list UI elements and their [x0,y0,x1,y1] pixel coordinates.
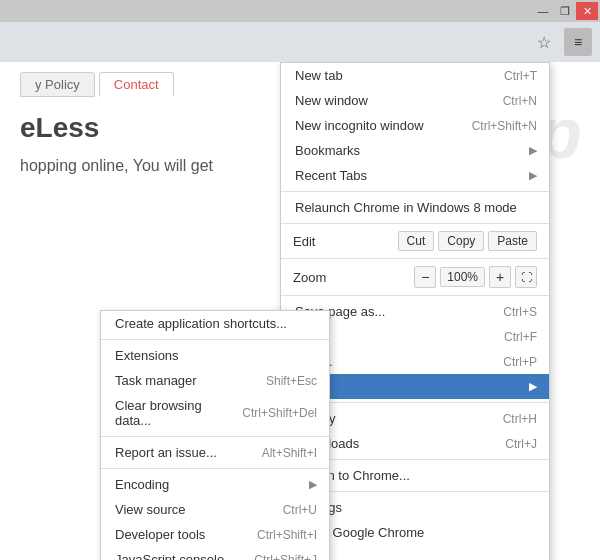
browser-toolbar: ☆ ≡ [0,22,600,62]
submenu-separator-3 [101,468,329,469]
tools-submenu: Create application shortcuts... Extensio… [100,310,330,560]
maximize-button[interactable]: ❐ [554,2,576,20]
menu-zoom-row: Zoom − 100% + ⛶ [281,262,549,292]
menu-edit-row: Edit Cut Copy Paste [281,227,549,255]
submenu-item-create-shortcuts[interactable]: Create application shortcuts... [101,311,329,336]
policy-tab[interactable]: y Policy [20,72,95,97]
submenu-item-encoding[interactable]: Encoding ▶ [101,472,329,497]
submenu-separator-1 [101,339,329,340]
contact-tab[interactable]: Contact [99,72,174,97]
submenu-item-developer-tools[interactable]: Developer tools Ctrl+Shift+I [101,522,329,547]
submenu-separator-2 [101,436,329,437]
menu-item-new-incognito[interactable]: New incognito window Ctrl+Shift+N [281,113,549,138]
minimize-button[interactable]: — [532,2,554,20]
page-headline: eLess [20,112,99,144]
menu-item-new-tab[interactable]: New tab Ctrl+T [281,63,549,88]
menu-separator-3 [281,258,549,259]
chrome-menu-icon[interactable]: ≡ [564,28,592,56]
submenu-item-javascript-console[interactable]: JavaScript console Ctrl+Shift+J [101,547,329,560]
submenu-item-clear-browsing[interactable]: Clear browsing data... Ctrl+Shift+Del [101,393,329,433]
page-subtext: hopping online, You will get [20,157,213,175]
paste-button[interactable]: Paste [488,231,537,251]
bookmark-star-icon[interactable]: ☆ [530,28,558,56]
close-button[interactable]: ✕ [576,2,598,20]
zoom-minus-button[interactable]: − [414,266,436,288]
menu-item-bookmarks[interactable]: Bookmarks ▶ [281,138,549,163]
submenu-item-view-source[interactable]: View source Ctrl+U [101,497,329,522]
copy-button[interactable]: Copy [438,231,484,251]
title-bar: — ❐ ✕ [0,0,600,22]
menu-separator-1 [281,191,549,192]
zoom-value-display: 100% [440,267,485,287]
cut-button[interactable]: Cut [398,231,435,251]
menu-item-new-window[interactable]: New window Ctrl+N [281,88,549,113]
page-content: y Policy Contact eLess hopping online, Y… [0,62,600,560]
menu-item-recent-tabs[interactable]: Recent Tabs ▶ [281,163,549,188]
menu-separator-2 [281,223,549,224]
zoom-plus-button[interactable]: + [489,266,511,288]
page-navigation: y Policy Contact [20,72,174,97]
submenu-item-extensions[interactable]: Extensions [101,343,329,368]
submenu-item-report-issue[interactable]: Report an issue... Alt+Shift+I [101,440,329,465]
zoom-fullscreen-button[interactable]: ⛶ [515,266,537,288]
browser-window: — ❐ ✕ ☆ ≡ y Policy Contact eLess hopping… [0,0,600,560]
submenu-item-task-manager[interactable]: Task manager Shift+Esc [101,368,329,393]
menu-separator-4 [281,295,549,296]
menu-item-relaunch[interactable]: Relaunch Chrome in Windows 8 mode [281,195,549,220]
